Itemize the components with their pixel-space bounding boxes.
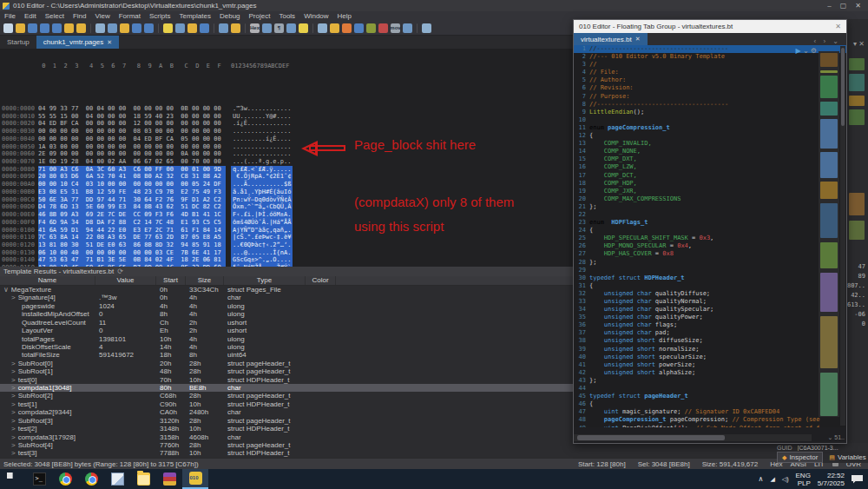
hex-row[interactable]: 0000:0070 1E 0D 19 28 04 00 02 AA 06 67 … xyxy=(0,158,573,166)
code-line[interactable]: 48 pageCompression_t pageCompression; //… xyxy=(574,416,846,424)
horizontal-scrollbar[interactable] xyxy=(574,434,812,441)
code-line[interactable]: 17 COMP_DCT, xyxy=(574,172,846,180)
code-line[interactable]: 26 HDP_MONO_SPECULAR = 0x4, xyxy=(574,242,846,250)
grid-view[interactable] xyxy=(286,23,296,33)
column-name[interactable]: Name xyxy=(0,276,95,285)
compare[interactable] xyxy=(378,23,388,33)
language-primary[interactable]: ENG xyxy=(796,472,811,479)
code-line[interactable]: 18 COMP_HDP, xyxy=(574,180,846,188)
clock-time[interactable]: 22:52 xyxy=(818,472,845,479)
highlighter[interactable] xyxy=(299,23,308,33)
hex-ascii[interactable]: Ôxm.^`™ã„‹CbQÜ‚Â xyxy=(231,203,293,211)
hex-bytes[interactable]: 1A 03 00 00 00 00 00 00 00 00 00 00 00 0… xyxy=(38,143,226,151)
paste[interactable] xyxy=(120,23,129,33)
template-settings-icon[interactable]: ⚙ xyxy=(811,47,817,55)
code-line[interactable]: 7 // Purpose: xyxy=(574,93,846,101)
open-file[interactable] xyxy=(16,23,25,33)
expander-icon[interactable]: > xyxy=(11,408,18,416)
code-line[interactable]: 41 unsigned short powerSize; xyxy=(574,361,846,369)
find[interactable] xyxy=(163,23,173,33)
save-file[interactable] xyxy=(28,23,37,33)
code-line[interactable]: 49 uint PageDiskOffset[4]; // Sub-Node O… xyxy=(574,425,846,428)
hex-bytes[interactable]: 1E 0D 19 28 04 00 02 AA 06 67 02 65 00 7… xyxy=(38,158,226,166)
code-line[interactable]: 5 // Author: xyxy=(574,76,846,84)
expander-icon[interactable]: > xyxy=(11,367,18,375)
clock-date[interactable]: 5/7/2025 xyxy=(818,479,845,487)
run-script[interactable] xyxy=(231,23,240,33)
code-line[interactable]: 35 unsigned char qualityPower; xyxy=(574,314,846,321)
code-line[interactable]: 25 HDP_SPECULAR_SHIFT_MASK = 0x3, xyxy=(574,235,846,242)
hex-bytes[interactable]: 41 6A 59 D1 94 44 22 E0 E3 E7 2C 71 61 F… xyxy=(38,227,226,235)
code-line[interactable]: 40 unsigned short specularSize; xyxy=(574,354,846,361)
code-line[interactable]: 38 unsigned short diffuseSize; xyxy=(574,337,846,345)
template-results[interactable] xyxy=(219,23,228,33)
hex-bytes[interactable]: 00 00 00 00 00 00 00 00 08 03 00 00 00 0… xyxy=(38,128,226,135)
hex-ascii[interactable]: .í¿Ê............ xyxy=(231,120,293,128)
menu-item[interactable]: Project xyxy=(245,12,275,20)
line-format[interactable] xyxy=(262,23,272,33)
hex-ascii[interactable]: ..€0QÞàc†‹.2”…‘. xyxy=(231,241,293,249)
cut[interactable] xyxy=(95,23,105,33)
code-line[interactable]: 31 { xyxy=(574,282,846,290)
code-line[interactable]: 44 xyxy=(574,385,846,393)
tab-nav-icons[interactable]: ‹ › ⌄ xyxy=(814,37,846,45)
code-line[interactable]: 19 COMP_JXR, xyxy=(574,188,846,195)
code-line[interactable]: 14 COMP_NONE, xyxy=(574,148,846,155)
hex-bytes[interactable]: 06 10 00 40 00 00 00 00 00 00 03 CE 7B 6… xyxy=(38,249,226,257)
separator[interactable] xyxy=(214,23,214,33)
tab-variables[interactable]: ▤ Variables xyxy=(825,453,868,462)
hex-ascii[interactable]: ômš4ØÚòˆÂ.|Há“ÅÅ xyxy=(231,219,293,227)
column-size[interactable]: Size xyxy=(186,276,224,285)
goto[interactable] xyxy=(200,23,209,33)
code-line[interactable]: 30 typedef struct HDPHeader_t xyxy=(574,274,846,282)
hex-ascii[interactable]: ................ xyxy=(231,150,293,158)
guid-value[interactable]: [C6A30071-3... xyxy=(798,445,838,451)
column-start[interactable]: Start xyxy=(156,276,186,285)
hex-ascii[interactable]: .™3w............ xyxy=(231,105,293,113)
menu-item[interactable]: View xyxy=(90,12,114,20)
mov-tool[interactable]: mov xyxy=(391,23,400,33)
menu-item[interactable]: Scripts xyxy=(145,12,174,20)
hex-row[interactable]: 0000:0090 20 80 03 D6 6A 52 70 41 08 B0 … xyxy=(0,173,573,181)
code-line[interactable]: 9 LittleEndian(); xyxy=(574,109,846,116)
code-editor[interactable]: 1 //------------------------------------… xyxy=(574,45,846,427)
menu-item[interactable]: Window xyxy=(299,12,332,20)
code-line[interactable]: 24 { xyxy=(574,227,846,235)
expander-icon[interactable]: > xyxy=(11,433,18,441)
hex-row[interactable]: 0000:0100 41 6A 59 D1 94 44 22 E0 E3 E7 … xyxy=(0,227,573,235)
hex-bytes[interactable]: 47 53 63 47 71 B1 3E 5E 0B 84 02 4F 18 2… xyxy=(38,256,226,264)
hex-bytes[interactable]: F4 6D 9A 34 D8 DA F2 88 C2 14 7C 48 E1 9… xyxy=(38,219,226,227)
hex-ascii[interactable]: ................ xyxy=(231,128,293,135)
refresh-icon[interactable]: ⟳ xyxy=(117,268,123,275)
hex-bytes[interactable]: 2E 09 00 00 00 00 00 00 00 00 00 00 0A 0… xyxy=(38,150,226,158)
separator[interactable] xyxy=(158,23,159,33)
code-line[interactable]: 16 COMP_LZW, xyxy=(574,163,846,171)
hex-row[interactable]: 0000:00F0 F4 6D 9A 34 D8 DA F2 88 C2 14 … xyxy=(0,219,573,227)
hex-bytes[interactable]: E3 08 E5 31 B8 12 59 FE 48 23 C9 7B E2 7… xyxy=(38,188,226,196)
menu-item[interactable]: File xyxy=(0,12,20,20)
close-button[interactable]: ✕ xyxy=(855,2,861,10)
code-line[interactable]: 13 COMP_INVALID, xyxy=(574,140,846,148)
template-row[interactable]: >test[3] 7788h 10h struct HDPHeader_t xyxy=(0,449,868,457)
panel-header-icons[interactable]: ▾ ✕ xyxy=(853,40,865,48)
run-options-icon[interactable]: ⌄ xyxy=(803,47,809,55)
code-line[interactable]: 12 { xyxy=(574,132,846,140)
separator[interactable] xyxy=(417,23,418,33)
notification-center-icon[interactable] xyxy=(852,475,863,484)
code-line[interactable]: 10 xyxy=(574,116,846,124)
column-color[interactable]: Color xyxy=(306,276,336,285)
hex-bytes[interactable]: 20 80 03 D6 6A 52 70 41 08 B0 A2 32 C8 3… xyxy=(38,173,226,181)
tray-chevron-icon[interactable]: ∧ xyxy=(759,475,764,483)
new-file[interactable] xyxy=(3,23,13,33)
floating-titlebar[interactable]: 010 Editor - Floating Tab Group - virtua… xyxy=(574,20,846,33)
code-line[interactable]: 21 }; xyxy=(574,203,846,211)
hex-row[interactable]: 0000:0000 04 99 33 77 00 04 00 00 00 00 … xyxy=(0,105,573,113)
code-line[interactable]: 36 unsigned char flags; xyxy=(574,321,846,329)
hex-bytes[interactable]: D4 78 6D 13 5E 60 99 E3 84 8B 43 62 51 D… xyxy=(38,203,226,211)
taskbar-button[interactable] xyxy=(52,469,78,489)
process-tool[interactable] xyxy=(403,23,412,33)
expander-icon[interactable]: > xyxy=(11,441,18,449)
maximize-button[interactable]: ▢ xyxy=(840,2,847,10)
expander-icon[interactable]: > xyxy=(11,425,18,433)
open-folder[interactable] xyxy=(64,23,74,33)
